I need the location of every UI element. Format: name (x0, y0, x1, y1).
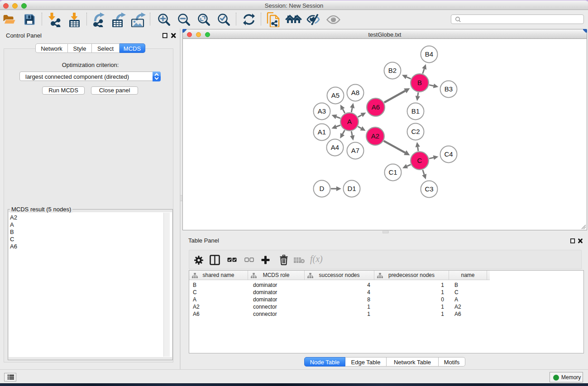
svg-text:A: A (347, 118, 352, 125)
svg-text:C3: C3 (425, 185, 433, 193)
svg-text:A3: A3 (318, 107, 326, 115)
svg-text:B4: B4 (425, 50, 433, 58)
svg-text:A2: A2 (371, 132, 379, 140)
svg-text:A8: A8 (351, 89, 359, 96)
svg-text:C1: C1 (388, 168, 397, 176)
svg-text:A5: A5 (331, 91, 339, 99)
svg-text:B3: B3 (445, 85, 453, 93)
svg-text:A1: A1 (318, 128, 326, 136)
svg-text:C4: C4 (444, 150, 453, 158)
svg-text:D: D (320, 185, 325, 192)
svg-text:D1: D1 (347, 185, 356, 192)
svg-text:B1: B1 (411, 107, 420, 115)
svg-text:B: B (417, 79, 422, 86)
svg-text:A7: A7 (351, 147, 359, 154)
svg-text:A6: A6 (372, 103, 380, 111)
svg-text:C: C (417, 157, 422, 164)
svg-text:C2: C2 (411, 128, 420, 135)
svg-text:B2: B2 (388, 67, 397, 74)
svg-text:A4: A4 (331, 143, 339, 151)
